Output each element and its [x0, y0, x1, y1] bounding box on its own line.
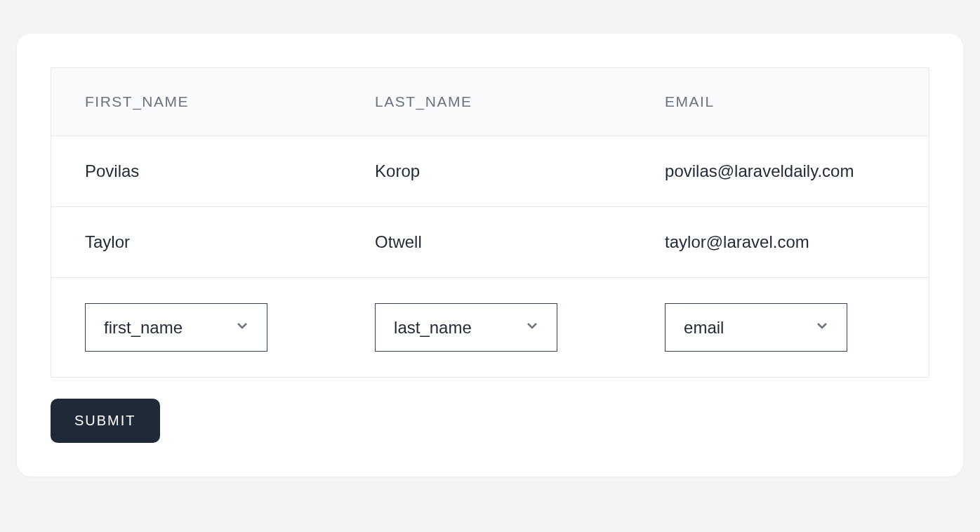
- select-wrapper: last_name: [375, 303, 557, 352]
- cell-last-name: Otwell: [341, 207, 631, 278]
- cell-email: povilas@laraveldaily.com: [631, 136, 929, 207]
- cell-last-name: Korop: [341, 136, 631, 207]
- table-body: Povilas Korop povilas@laraveldaily.com T…: [51, 136, 929, 378]
- table-row: Povilas Korop povilas@laraveldaily.com: [51, 136, 929, 207]
- cell-select-last-name: last_name: [341, 278, 631, 378]
- cell-first-name: Povilas: [51, 136, 342, 207]
- submit-button[interactable]: SUBMIT: [51, 399, 160, 443]
- first-name-select[interactable]: first_name: [85, 303, 267, 352]
- data-table: FIRST_NAME LAST_NAME EMAIL Povilas Korop…: [51, 67, 929, 378]
- email-select[interactable]: email: [665, 303, 847, 352]
- header-first-name: FIRST_NAME: [51, 68, 342, 136]
- table-row: Taylor Otwell taylor@laravel.com: [51, 207, 929, 278]
- header-email: EMAIL: [631, 68, 929, 136]
- select-wrapper: first_name: [85, 303, 267, 352]
- cell-select-email: email: [631, 278, 929, 378]
- table-header: FIRST_NAME LAST_NAME EMAIL: [51, 68, 929, 136]
- cell-select-first-name: first_name: [51, 278, 342, 378]
- last-name-select[interactable]: last_name: [375, 303, 557, 352]
- cell-email: taylor@laravel.com: [631, 207, 929, 278]
- cell-first-name: Taylor: [51, 207, 342, 278]
- header-last-name: LAST_NAME: [341, 68, 631, 136]
- select-wrapper: email: [665, 303, 847, 352]
- table-row-selects: first_name last_name: [51, 278, 929, 378]
- table-header-row: FIRST_NAME LAST_NAME EMAIL: [51, 68, 929, 136]
- form-card: FIRST_NAME LAST_NAME EMAIL Povilas Korop…: [17, 34, 963, 477]
